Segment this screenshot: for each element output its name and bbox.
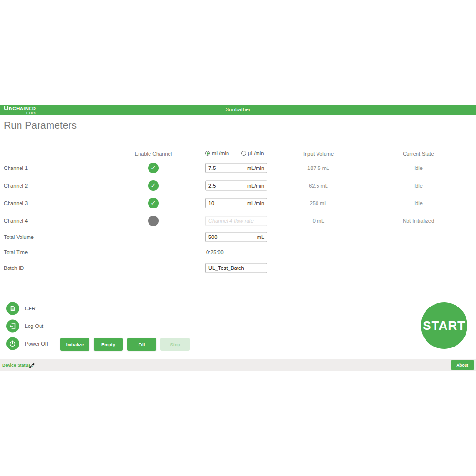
channel-1-input-volume: 187.5 mL xyxy=(285,165,352,171)
channel-2-enable-checkmark-icon[interactable]: ✓ xyxy=(148,180,159,191)
fill-button[interactable]: Fill xyxy=(127,338,156,351)
logout-action: Log Out xyxy=(0,319,143,333)
channel-4-disabled-circle-icon[interactable] xyxy=(148,216,159,226)
radio-ul-circle-icon xyxy=(241,151,246,156)
poweroff-label: Power Off xyxy=(25,341,48,347)
channel-4-flow-rate-field xyxy=(205,216,267,226)
total-time-label: Total Time xyxy=(4,249,28,255)
cfr-label: CFR xyxy=(25,306,36,311)
device-disconnected-icon xyxy=(28,361,36,371)
channel-2-label: Channel 2 xyxy=(4,183,28,188)
channel-1-label: Channel 1 xyxy=(4,165,28,171)
radio-ul-label: µL/min xyxy=(248,150,264,156)
channel-4-row: Channel 4 0 mL Not Initialized xyxy=(0,212,476,229)
batch-id-row: Batch ID xyxy=(0,259,476,277)
radio-ul-per-min[interactable]: µL/min xyxy=(241,150,264,156)
channel-1-flow-rate-field: mL/min xyxy=(205,163,267,173)
channel-1-flow-rate-input[interactable] xyxy=(205,163,267,173)
total-time-value: 0:25:00 xyxy=(206,249,224,255)
channel-3-current-state: Idle xyxy=(385,200,452,206)
logout-label: Log Out xyxy=(25,323,43,329)
flow-unit-radio-group: mL/min µL/min xyxy=(205,150,264,156)
channel-3-enable-checkmark-icon[interactable]: ✓ xyxy=(148,198,159,208)
page-title: Run Parameters xyxy=(4,119,77,131)
status-bar: Device Status : About xyxy=(0,359,476,371)
channel-4-label: Channel 4 xyxy=(4,218,28,224)
channel-2-flow-rate-input[interactable] xyxy=(205,180,267,190)
column-header-input-volume: Input Volume xyxy=(285,151,352,157)
batch-id-input[interactable] xyxy=(205,263,267,273)
channel-3-input-volume: 250 mL xyxy=(285,200,352,206)
channel-1-enable-checkmark-icon[interactable]: ✓ xyxy=(148,163,159,173)
channel-2-row: Channel 2 ✓ mL/min 62.5 mL Idle xyxy=(0,177,476,194)
app-window: UnCHAINED LABS Sunbather Run Parameters … xyxy=(0,0,476,476)
total-volume-label: Total Volume xyxy=(4,234,34,240)
cfr-button[interactable] xyxy=(6,302,19,315)
column-header-enable-channel: Enable Channel xyxy=(120,151,187,157)
poweroff-button[interactable] xyxy=(6,337,19,350)
channel-2-current-state: Idle xyxy=(385,183,452,188)
channel-3-row: Channel 3 ✓ mL/min 250 mL Idle xyxy=(0,194,476,212)
power-icon xyxy=(9,340,16,347)
logout-icon xyxy=(9,323,16,330)
radio-ml-circle-icon xyxy=(205,151,210,156)
channel-3-flow-rate-field: mL/min xyxy=(205,198,267,208)
channel-1-row: Channel 1 ✓ mL/min 187.5 mL Idle xyxy=(0,159,476,177)
channel-3-label: Channel 3 xyxy=(4,200,28,206)
app-header: UnCHAINED LABS Sunbather xyxy=(0,105,476,115)
about-button[interactable]: About xyxy=(451,360,474,370)
channel-4-flow-rate-input[interactable] xyxy=(205,216,267,226)
total-volume-input[interactable] xyxy=(205,232,267,242)
app-title: Sunbather xyxy=(0,105,476,115)
total-volume-field: mL xyxy=(205,232,267,242)
channel-3-flow-rate-input[interactable] xyxy=(205,198,267,208)
channel-4-current-state: Not Initialized xyxy=(385,218,452,224)
column-header-current-state: Current State xyxy=(385,151,452,157)
channel-2-flow-rate-field: mL/min xyxy=(205,180,267,190)
channel-2-input-volume: 62.5 mL xyxy=(285,183,352,188)
total-time-row: Total Time 0:25:00 xyxy=(0,243,476,261)
cfr-action: CFR xyxy=(0,302,143,315)
batch-id-label: Batch ID xyxy=(4,265,24,271)
start-button[interactable]: START xyxy=(421,302,467,349)
radio-ml-label: mL/min xyxy=(212,150,229,156)
initialize-button[interactable]: Initialize xyxy=(60,338,89,351)
batch-id-field xyxy=(205,263,267,273)
logout-button[interactable] xyxy=(6,320,19,333)
channel-1-current-state: Idle xyxy=(385,165,452,171)
empty-button[interactable]: Empty xyxy=(94,338,123,351)
radio-ml-per-min[interactable]: mL/min xyxy=(205,150,229,156)
document-icon xyxy=(9,305,16,312)
stop-button[interactable]: Stop xyxy=(160,338,190,351)
channel-4-input-volume: 0 mL xyxy=(285,218,352,224)
